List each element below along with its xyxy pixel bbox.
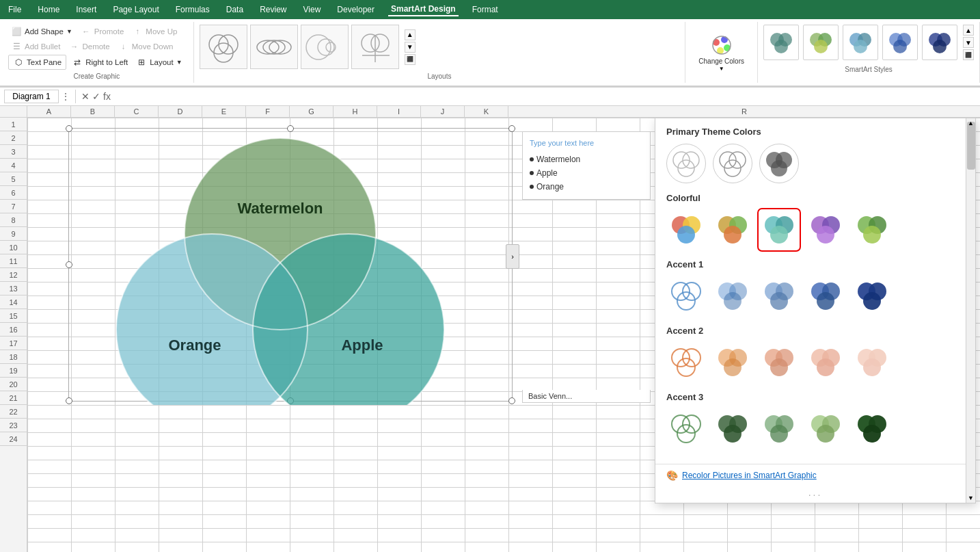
accent1-swatch-5[interactable] — [852, 276, 892, 316]
accent2-swatch-3[interactable] — [759, 343, 799, 382]
style-swatch-3[interactable] — [843, 25, 878, 60]
primary-swatch-1[interactable] — [666, 144, 706, 183]
row-9[interactable]: 9 — [0, 227, 27, 241]
accent3-swatch-4[interactable] — [806, 409, 845, 449]
style-swatch-1[interactable] — [763, 25, 799, 60]
primary-swatch-2[interactable] — [713, 144, 752, 183]
row-13[interactable]: 13 — [0, 282, 27, 295]
handle-tl[interactable] — [66, 125, 72, 132]
row-20[interactable]: 20 — [0, 378, 27, 391]
demote-button[interactable]: → Demote — [66, 40, 112, 53]
accent3-swatch-2[interactable] — [713, 409, 752, 449]
col-b[interactable]: B — [71, 106, 115, 117]
colorful-swatch-1[interactable] — [666, 210, 706, 250]
promote-button[interactable]: ← Promote — [78, 25, 126, 38]
handle-br[interactable] — [508, 397, 515, 404]
row-8[interactable]: 8 — [0, 213, 27, 227]
menu-home[interactable]: Home — [35, 3, 62, 16]
text-pane-watermelon[interactable]: Watermelon — [530, 154, 643, 165]
accent1-swatch-4[interactable] — [806, 276, 845, 316]
formula-fx-icon[interactable]: fx — [103, 91, 111, 102]
style-swatch-4[interactable] — [882, 25, 918, 60]
row-1[interactable]: 1 — [0, 118, 27, 131]
col-c[interactable]: C — [115, 106, 159, 117]
menu-page-layout[interactable]: Page Layout — [110, 3, 161, 16]
add-bullet-button[interactable]: ☰ Add Bullet — [8, 40, 63, 53]
text-pane-apple[interactable]: Apple — [530, 168, 643, 179]
col-f[interactable]: F — [246, 106, 290, 117]
handle-tr[interactable] — [508, 125, 515, 132]
row-14[interactable]: 14 — [0, 295, 27, 309]
row-18[interactable]: 18 — [0, 350, 27, 364]
right-to-left-button[interactable]: ⇄ Right to Left — [69, 55, 131, 69]
scrollbar-down-arrow[interactable]: ▼ — [966, 493, 975, 503]
style-swatch-5[interactable] — [922, 25, 957, 60]
menu-file[interactable]: File — [5, 3, 24, 16]
row-12[interactable]: 12 — [0, 268, 27, 282]
layout-button[interactable]: ⊞ Layout ▼ — [133, 55, 185, 69]
colorful-swatch-5[interactable] — [852, 210, 892, 250]
layout-scroll-down[interactable]: ▼ — [405, 42, 416, 53]
layout-item-4[interactable] — [351, 25, 399, 69]
formula-bar-options-icon[interactable]: ⋮ — [62, 92, 70, 101]
accent2-swatch-2[interactable] — [713, 343, 752, 382]
accent3-swatch-5[interactable] — [852, 409, 892, 449]
handle-ml[interactable] — [66, 261, 72, 268]
menu-developer[interactable]: Developer — [334, 3, 377, 16]
col-i[interactable]: I — [377, 106, 421, 117]
col-k[interactable]: K — [465, 106, 508, 117]
scrollbar-track[interactable]: ▲ ▼ — [966, 118, 975, 503]
recolor-link[interactable]: 🎨 Recolor Pictures in SmartArt Graphic — [655, 464, 975, 486]
layout-item-2[interactable] — [250, 25, 298, 69]
row-6[interactable]: 6 — [0, 186, 27, 200]
text-pane-button[interactable]: ⬡ Text Pane — [8, 55, 66, 70]
col-d[interactable]: D — [159, 106, 202, 117]
styles-scroll-down[interactable]: ▼ — [963, 37, 974, 48]
row-17[interactable]: 17 — [0, 337, 27, 350]
accent1-swatch-2[interactable] — [713, 276, 752, 316]
row-11[interactable]: 11 — [0, 254, 27, 268]
row-15[interactable]: 15 — [0, 309, 27, 323]
row-10[interactable]: 10 — [0, 241, 27, 254]
col-g[interactable]: G — [290, 106, 334, 117]
add-shape-button[interactable]: ⬜ Add Shape ▼ — [8, 25, 75, 38]
row-3[interactable]: 3 — [0, 145, 27, 159]
col-j[interactable]: J — [421, 106, 465, 117]
menu-formulas[interactable]: Formulas — [173, 3, 213, 16]
styles-scroll-up[interactable]: ▲ — [963, 25, 974, 36]
row-21[interactable]: 21 — [0, 391, 27, 405]
accent2-swatch-1[interactable] — [666, 343, 706, 382]
menu-insert[interactable]: Insert — [73, 3, 99, 16]
accent3-swatch-3[interactable] — [759, 409, 799, 449]
menu-smartart-design[interactable]: SmartArt Design — [388, 3, 459, 16]
col-r[interactable]: R — [508, 106, 980, 117]
name-box[interactable] — [4, 90, 59, 103]
accent1-swatch-3[interactable] — [759, 276, 799, 316]
row-7[interactable]: 7 — [0, 200, 27, 213]
accent3-swatch-1[interactable] — [666, 409, 706, 449]
cancel-icon[interactable]: ✕ — [81, 91, 90, 102]
row-23[interactable]: 23 — [0, 419, 27, 432]
change-colors-button[interactable]: Change Colors ▼ — [691, 28, 752, 77]
handle-bl[interactable] — [66, 397, 72, 404]
menu-view[interactable]: View — [301, 3, 324, 16]
colorful-swatch-4[interactable] — [806, 210, 845, 250]
col-a[interactable]: A — [27, 106, 71, 117]
scrollbar-thumb[interactable] — [967, 122, 975, 170]
layout-item-3[interactable] — [301, 25, 349, 69]
col-e[interactable]: E — [202, 106, 246, 117]
row-16[interactable]: 16 — [0, 323, 27, 337]
accent2-swatch-4[interactable] — [806, 343, 845, 382]
col-h[interactable]: H — [334, 106, 377, 117]
layout-scroll-up[interactable]: ▲ — [405, 29, 416, 40]
row-22[interactable]: 22 — [0, 405, 27, 419]
layout-item-1[interactable] — [200, 25, 247, 69]
menu-review[interactable]: Review — [257, 3, 289, 16]
styles-scroll-more[interactable]: ⬛ — [963, 49, 974, 60]
accent1-swatch-1[interactable] — [666, 276, 706, 316]
scrollbar-up-arrow[interactable]: ▲ — [966, 118, 975, 128]
menu-format[interactable]: Format — [469, 3, 501, 16]
row-4[interactable]: 4 — [0, 159, 27, 172]
confirm-icon[interactable]: ✓ — [92, 91, 100, 102]
menu-data[interactable]: Data — [223, 3, 246, 16]
